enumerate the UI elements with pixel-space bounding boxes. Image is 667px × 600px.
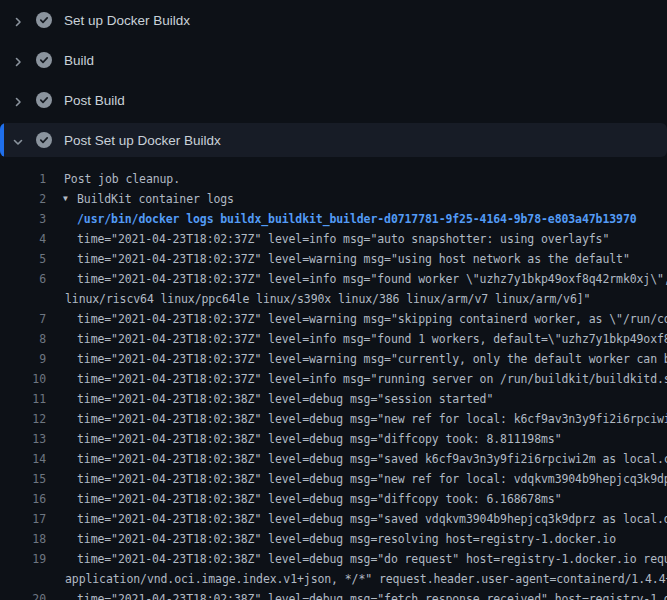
log-text: time="2021-04-23T18:02:38Z" level=debug … bbox=[0, 549, 667, 569]
log-line: 10time="2021-04-23T18:02:37Z" level=info… bbox=[0, 369, 667, 389]
log-command-text: /usr/bin/docker logs buildx_buildkit_bui… bbox=[0, 209, 667, 229]
line-number[interactable]: 2 bbox=[0, 189, 46, 209]
log-line: 3/usr/bin/docker logs buildx_buildkit_bu… bbox=[0, 209, 667, 229]
log-line: 17time="2021-04-23T18:02:38Z" level=debu… bbox=[0, 509, 667, 529]
log-line: 9time="2021-04-23T18:02:37Z" level=warni… bbox=[0, 349, 667, 369]
line-number[interactable]: 1 bbox=[0, 169, 46, 189]
log-line: 19time="2021-04-23T18:02:38Z" level=debu… bbox=[0, 549, 667, 569]
log-line-continuation: linux/riscv64 linux/ppc64le linux/s390x … bbox=[0, 289, 667, 309]
log-text: time="2021-04-23T18:02:37Z" level=warnin… bbox=[0, 309, 667, 329]
chevron-right-icon bbox=[12, 54, 24, 66]
log-text: time="2021-04-23T18:02:38Z" level=debug … bbox=[0, 429, 667, 449]
log-text: time="2021-04-23T18:02:38Z" level=debug … bbox=[0, 489, 667, 509]
line-number[interactable]: 19 bbox=[0, 549, 46, 569]
log-text: time="2021-04-23T18:02:37Z" level=info m… bbox=[0, 369, 667, 389]
line-number[interactable]: 5 bbox=[0, 249, 46, 269]
log-line: 20time="2021-04-23T18:02:38Z" level=debu… bbox=[0, 589, 667, 600]
log-text: Post job cleanup. bbox=[0, 169, 667, 189]
log-text: linux/riscv64 linux/ppc64le linux/s390x … bbox=[0, 289, 667, 309]
line-number[interactable]: 8 bbox=[0, 329, 46, 349]
step-label: Post Set up Docker Buildx bbox=[64, 133, 221, 148]
log-line: 16time="2021-04-23T18:02:38Z" level=debu… bbox=[0, 489, 667, 509]
line-number[interactable]: 20 bbox=[0, 589, 46, 600]
log-text: application/vnd.oci.image.index.v1+json,… bbox=[0, 569, 667, 589]
line-number[interactable]: 14 bbox=[0, 449, 46, 469]
log-line: 5time="2021-04-23T18:02:37Z" level=warni… bbox=[0, 249, 667, 269]
check-circle-icon bbox=[36, 12, 52, 28]
step-row-post-build[interactable]: Post Build bbox=[0, 80, 667, 120]
log-text: time="2021-04-23T18:02:38Z" level=debug … bbox=[0, 409, 667, 429]
log-line: 7time="2021-04-23T18:02:37Z" level=warni… bbox=[0, 309, 667, 329]
step-list: Set up Docker BuildxBuildPost BuildPost … bbox=[0, 0, 667, 160]
check-circle-icon bbox=[36, 92, 52, 108]
step-row-build[interactable]: Build bbox=[0, 40, 667, 80]
log-line: 12time="2021-04-23T18:02:38Z" level=debu… bbox=[0, 409, 667, 429]
line-number[interactable]: 13 bbox=[0, 429, 46, 449]
line-number[interactable]: 9 bbox=[0, 349, 46, 369]
log-text: time="2021-04-23T18:02:38Z" level=debug … bbox=[0, 389, 667, 409]
log-text: time="2021-04-23T18:02:38Z" level=debug … bbox=[0, 469, 667, 489]
chevron-right-icon bbox=[12, 94, 24, 106]
step-row-set-up-docker-buildx[interactable]: Set up Docker Buildx bbox=[0, 0, 667, 40]
line-number[interactable]: 12 bbox=[0, 409, 46, 429]
line-number[interactable]: 7 bbox=[0, 309, 46, 329]
active-step-accent-bar bbox=[0, 123, 4, 157]
group-toggle-icon[interactable]: ▼ bbox=[63, 189, 68, 209]
log-text: time="2021-04-23T18:02:37Z" level=warnin… bbox=[0, 249, 667, 269]
line-number[interactable]: 18 bbox=[0, 529, 46, 549]
chevron-right-icon bbox=[12, 14, 24, 26]
log-text: time="2021-04-23T18:02:37Z" level=info m… bbox=[0, 229, 667, 249]
log-text: time="2021-04-23T18:02:37Z" level=info m… bbox=[0, 329, 667, 349]
line-number[interactable]: 4 bbox=[0, 229, 46, 249]
log-text: BuildKit container logs bbox=[0, 189, 667, 209]
chevron-down-icon bbox=[12, 134, 24, 146]
log-line: 14time="2021-04-23T18:02:38Z" level=debu… bbox=[0, 449, 667, 469]
log-line: 4time="2021-04-23T18:02:37Z" level=info … bbox=[0, 229, 667, 249]
log-text: time="2021-04-23T18:02:38Z" level=debug … bbox=[0, 529, 667, 549]
log-line: 15time="2021-04-23T18:02:38Z" level=debu… bbox=[0, 469, 667, 489]
log-line: 6time="2021-04-23T18:02:37Z" level=info … bbox=[0, 269, 667, 289]
log-text: time="2021-04-23T18:02:38Z" level=debug … bbox=[0, 509, 667, 529]
log-line: 1Post job cleanup. bbox=[0, 169, 667, 189]
line-number[interactable]: 10 bbox=[0, 369, 46, 389]
check-circle-icon bbox=[36, 52, 52, 68]
log-line: 11time="2021-04-23T18:02:38Z" level=debu… bbox=[0, 389, 667, 409]
log-text: time="2021-04-23T18:02:37Z" level=warnin… bbox=[0, 349, 667, 369]
line-number[interactable]: 17 bbox=[0, 509, 46, 529]
step-row-post-set-up-docker-buildx[interactable]: Post Set up Docker Buildx bbox=[0, 120, 667, 160]
line-number[interactable]: 15 bbox=[0, 469, 46, 489]
check-circle-icon bbox=[36, 132, 52, 148]
log-line: 13time="2021-04-23T18:02:38Z" level=debu… bbox=[0, 429, 667, 449]
step-label: Set up Docker Buildx bbox=[64, 13, 190, 28]
log-text: time="2021-04-23T18:02:38Z" level=debug … bbox=[0, 589, 667, 600]
log-line: 18time="2021-04-23T18:02:38Z" level=debu… bbox=[0, 529, 667, 549]
actions-log-viewer: Set up Docker BuildxBuildPost BuildPost … bbox=[0, 0, 667, 600]
log-line-continuation: application/vnd.oci.image.index.v1+json,… bbox=[0, 569, 667, 589]
log-output: 1Post job cleanup.2▼BuildKit container l… bbox=[0, 160, 667, 600]
step-label: Post Build bbox=[64, 93, 125, 108]
log-line: 2▼BuildKit container logs bbox=[0, 189, 667, 209]
step-label: Build bbox=[64, 53, 94, 68]
line-number[interactable]: 16 bbox=[0, 489, 46, 509]
line-number[interactable]: 11 bbox=[0, 389, 46, 409]
log-text: time="2021-04-23T18:02:38Z" level=debug … bbox=[0, 449, 667, 469]
log-text: time="2021-04-23T18:02:37Z" level=info m… bbox=[0, 269, 667, 289]
line-number[interactable]: 3 bbox=[0, 209, 46, 229]
line-number[interactable]: 6 bbox=[0, 269, 46, 289]
log-line: 8time="2021-04-23T18:02:37Z" level=info … bbox=[0, 329, 667, 349]
